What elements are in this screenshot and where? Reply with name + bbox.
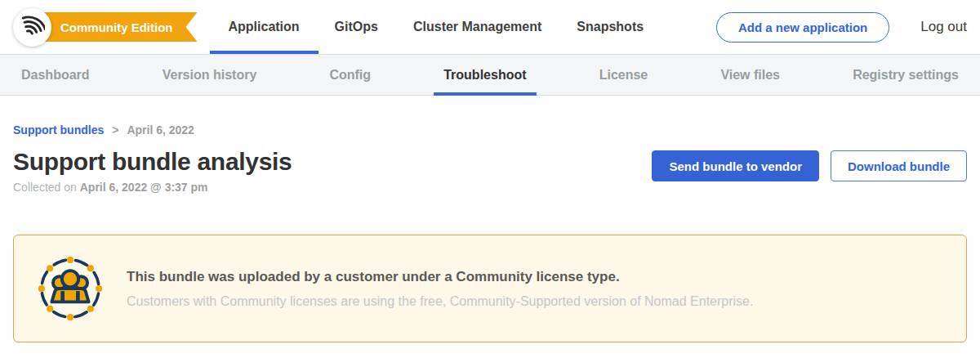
send-bundle-to-vendor-button[interactable]: Send bundle to vendor: [652, 150, 819, 181]
page-title: Support bundle analysis: [13, 148, 292, 176]
subnav-item-view-files[interactable]: View files: [720, 55, 780, 95]
tab-cluster-management[interactable]: Cluster Management: [413, 0, 541, 54]
subnav-item-version-history[interactable]: Version history: [163, 55, 257, 95]
logout-link[interactable]: Log out: [920, 19, 967, 35]
app-subnav: Dashboard Version history Config Trouble…: [0, 54, 980, 96]
collected-timestamp: Collected on April 6, 2022 @ 3:37 pm: [13, 181, 292, 194]
tab-gitops[interactable]: GitOps: [335, 0, 378, 54]
collected-prefix: Collected on: [13, 181, 80, 194]
community-license-notice: This bundle was uploaded by a customer u…: [13, 235, 967, 342]
breadcrumb-support-bundles-link[interactable]: Support bundles: [13, 123, 104, 136]
breadcrumb-current: April 6, 2022: [127, 123, 194, 136]
subnav-item-config[interactable]: Config: [329, 55, 371, 95]
brand: Community Edition: [13, 8, 198, 47]
main-content: Support bundles > April 6, 2022 Support …: [0, 96, 980, 342]
title-block: Support bundle analysis Collected on Apr…: [13, 148, 292, 194]
subnav-item-troubleshoot[interactable]: Troubleshoot: [443, 55, 526, 95]
tab-application[interactable]: Application: [229, 0, 300, 54]
subnav-item-dashboard[interactable]: Dashboard: [21, 55, 90, 95]
replicated-logo-icon: [20, 13, 45, 41]
add-application-button[interactable]: Add a new application: [716, 12, 889, 43]
top-header: Community Edition Application GitOps Clu…: [0, 0, 980, 54]
community-people-icon: [38, 257, 102, 320]
subnav-item-license[interactable]: License: [599, 55, 648, 95]
breadcrumb-separator: >: [112, 123, 118, 136]
notice-text: This bundle was uploaded by a customer u…: [127, 269, 753, 309]
subnav-item-registry-settings[interactable]: Registry settings: [853, 55, 959, 95]
replicated-logo[interactable]: [13, 8, 51, 47]
download-bundle-button[interactable]: Download bundle: [831, 150, 967, 181]
tab-snapshots[interactable]: Snapshots: [577, 0, 644, 54]
edition-badge: Community Edition: [41, 12, 198, 42]
breadcrumb: Support bundles > April 6, 2022: [13, 123, 967, 136]
notice-title: This bundle was uploaded by a customer u…: [127, 269, 753, 285]
bundle-actions: Send bundle to vendor Download bundle: [652, 150, 967, 181]
notice-subtitle: Customers with Community licenses are us…: [127, 294, 753, 309]
header-right: Add a new application Log out: [716, 12, 967, 43]
edition-badge-label: Community Edition: [60, 20, 173, 34]
main-nav: Application GitOps Cluster Management Sn…: [229, 0, 644, 54]
title-row: Support bundle analysis Collected on Apr…: [13, 148, 967, 194]
collected-date: April 6, 2022 @ 3:37 pm: [80, 181, 208, 194]
